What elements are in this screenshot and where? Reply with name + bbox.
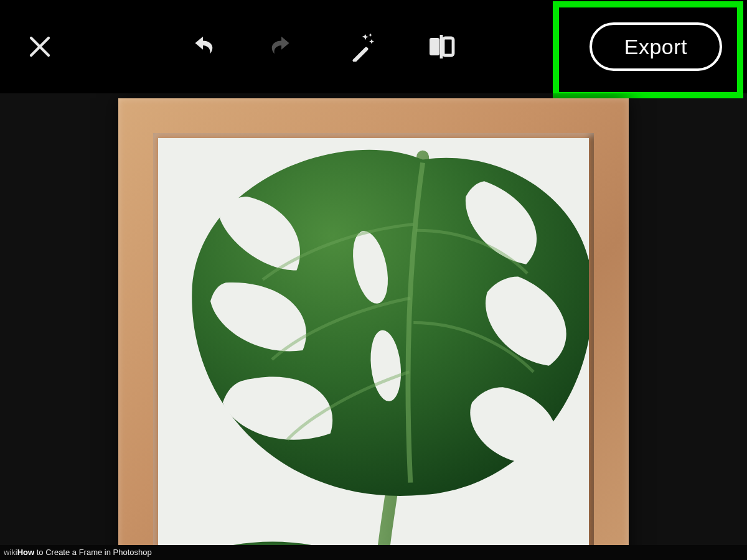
svg-rect-2 [352, 47, 369, 62]
canvas-area[interactable] [0, 93, 747, 545]
redo-icon[interactable] [267, 32, 297, 62]
toolbar: Export [0, 0, 747, 93]
photo-editor-app: Export [0, 0, 747, 560]
compare-split-icon[interactable] [426, 32, 456, 62]
svg-rect-3 [430, 38, 439, 55]
frame-bevel [153, 133, 594, 545]
wooden-frame [118, 98, 629, 545]
undo-icon[interactable] [187, 32, 217, 62]
export-button[interactable]: Export [590, 22, 722, 71]
caption-text: to Create a Frame in Photoshop [34, 548, 152, 557]
photo-mat [158, 138, 589, 545]
caption-brand: wikiHow [4, 548, 34, 557]
close-icon[interactable] [25, 32, 55, 62]
export-label: Export [624, 35, 687, 59]
photo-monstera-leaf [158, 138, 589, 545]
tutorial-caption: wikiHow to Create a Frame in Photoshop [0, 545, 747, 560]
magic-wand-icon[interactable] [347, 32, 377, 62]
svg-rect-4 [443, 38, 453, 55]
